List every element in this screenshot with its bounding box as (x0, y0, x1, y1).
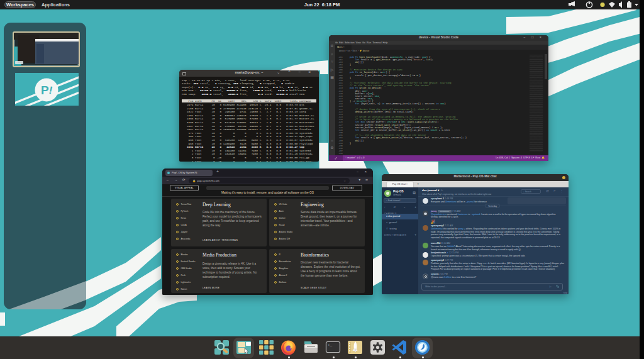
svg-text:›_: ›_ (328, 343, 333, 347)
